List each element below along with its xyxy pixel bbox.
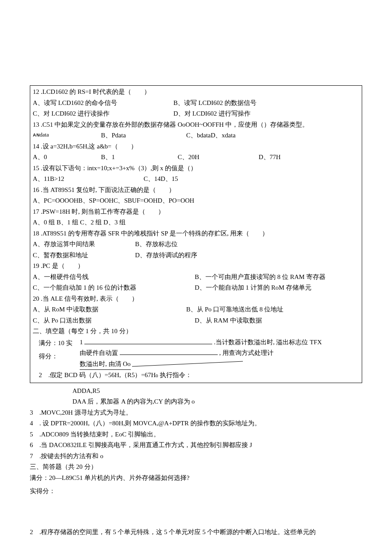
q19-opt-a: A、一根硬件信号线 <box>33 272 195 283</box>
svg-line-0 <box>132 361 243 366</box>
score-full-label: 满分：10 实 <box>33 338 75 349</box>
fill-q5: 5 .ADCO809 当转换结束时，EoC 引脚输出。 <box>30 429 362 440</box>
q19-opt-d: D、一个能自动加 1 计算的 RoM 存储单元 <box>195 282 311 293</box>
q12-opt-b: B、读写 LCDI602 的数据信号 <box>173 98 257 109</box>
q18-stem: 18 .AT89S51 的专用寄存器 SFR 中的堆栈指针 SP 是一个特殊的存… <box>33 228 359 239</box>
q20-opt-b: B、从 Po 口可靠地送出低 8 位地址 <box>186 304 283 315</box>
fill-q1-num: 1 <box>80 339 83 346</box>
q12-opt-d: D、对 LCDI602 进行写操作 <box>173 108 251 119</box>
fill-q2: 2 .假定 BCD 码（八）=56H,（R5）=67H₀ 执行指令： <box>33 370 359 381</box>
q20-opt-c: C、从 Po 口送出数据 <box>33 315 195 326</box>
q17-stem: 17 .PSW=18H 时, 则当前工作寄存器是（ ） <box>33 206 359 218</box>
q15-stem: 15 .设有以下语句：intx=10;x+=3+x%（3）,则 x 的值是（） <box>33 163 359 174</box>
q14-opt-b: B、1 <box>101 152 178 163</box>
q12-stem: 12 .LCD1602 的 RS=I 时代表的是（ ） <box>33 87 359 98</box>
q13-opt-b: B、Pdata <box>101 130 186 141</box>
fill-q1-text2: 由硬件自动置 <box>80 349 118 356</box>
q16-opts: A、PC=OOOOHB、SP=OOHC、SBUF=OOHD、PO=OOH <box>33 195 359 206</box>
q20-stem: 20 .当 ALE 信号有效时, 表示（ ） <box>33 293 359 305</box>
q15-opt-c: C、14D、15 <box>144 174 178 185</box>
q13-opt-cd: C、bdataD、xdata <box>186 130 236 141</box>
fill-q1-text3: , 用查询方式处理计 <box>219 349 274 356</box>
q19-stem: 19 .PC 是（ ） <box>33 261 359 272</box>
score-get-label: 得分： <box>33 351 75 362</box>
q18-opt-b: B、存放标志位 <box>135 239 178 250</box>
diagonal-line-icon <box>132 360 243 367</box>
q12-opt-c: C、对 LCDI602 进行读操作 <box>33 108 173 119</box>
fill-q7: 7 .按键去抖的方法有和 o <box>30 451 362 462</box>
q16-stem: 16 .当 AT89S51 复位时, 下面说法正确的是（ ） <box>33 185 359 196</box>
question-box: 12 .LCD1602 的 RS=I 时代表的是（ ） A、读写 LCD1602… <box>30 85 362 383</box>
fill-q1-text4: 数溢出时, 由清 Oo <box>80 359 131 370</box>
fill-q3: 3 .MOVC,20H 源寻址方式为寻址。 <box>30 407 362 418</box>
fill-q1-text1: .当计数器计数溢出时, 溢出标志位 TFX <box>214 339 322 346</box>
fill-blank <box>84 337 212 344</box>
q14-opt-d: D、77H <box>259 152 281 163</box>
section3-q2: 2 .程序存储器的空间里，有 5 个单元特殊，这 5 个单元对应 5 个中断源的… <box>30 527 362 538</box>
q18-opt-d: D、存放待调试的程序 <box>135 250 197 261</box>
q18-opt-c: C、暂存数据和地址 <box>33 250 135 261</box>
q17-opts: A、0 组 B、1 组 C、2 组 D、3 组 <box>33 217 359 228</box>
section2-title: 二、填空题（每空 1 分，共 10 分） <box>33 326 359 337</box>
q13-stem: 13 .C51 中如果定义的变量存放在外部的数据存储器 OoOOH~OOFFH … <box>33 119 359 131</box>
section3-title: 三、简答题（共 20 分） <box>30 462 362 473</box>
q18-opt-a: A、存放运算中间结果 <box>33 239 135 250</box>
q14-opt-c: C、20H <box>178 152 259 163</box>
fill-q6: 6 .当 DACO832ILE 引脚接高电平，采用直通工作方式，其他控制引脚都应… <box>30 440 362 451</box>
q14-opt-a: A、0 <box>33 152 101 163</box>
fill-blank <box>120 348 218 355</box>
fill-q2-code1: ADDA,R5 <box>30 386 362 397</box>
fill-q2-code2: DAA 后，累加器 A 的内容为,CY 的内容为 o <box>30 396 362 407</box>
q20-opt-a: A、从 RoM 中读取数据 <box>33 304 186 315</box>
q20-opt-d: D、从 RAM 中读取数据 <box>195 315 262 326</box>
q13-opt-a: ᴀɴdata <box>33 130 101 141</box>
section3-score: 实得分： <box>30 486 362 497</box>
q19-opt-c: C、一个能自动加 1 的 16 位的计数器 <box>33 282 195 293</box>
q12-opt-a: A、读写 LCD1602 的命令信号 <box>33 98 173 109</box>
q15-opt-a: A、11B>12 <box>33 174 144 185</box>
score-fill-block: 满分：10 实 得分： 1 .当计数器计数溢出时, 溢出标志位 TFX 由硬件自… <box>33 337 359 370</box>
q19-opt-b: B、一个可由用户直接读写的 8 位 RAM 寄存器 <box>195 272 326 283</box>
section3-q1: 满分：20—L89C51 单片机的片内、片外存储器如何选择? <box>30 473 362 484</box>
fill-q4: 4 . 设 DPTR=2000H,（八）=80H,则 MOVCA,@A+DPTR… <box>30 418 362 429</box>
q14-stem: 14 .设 a=32H,b=65H,这 a&b=（ ） <box>33 141 359 152</box>
